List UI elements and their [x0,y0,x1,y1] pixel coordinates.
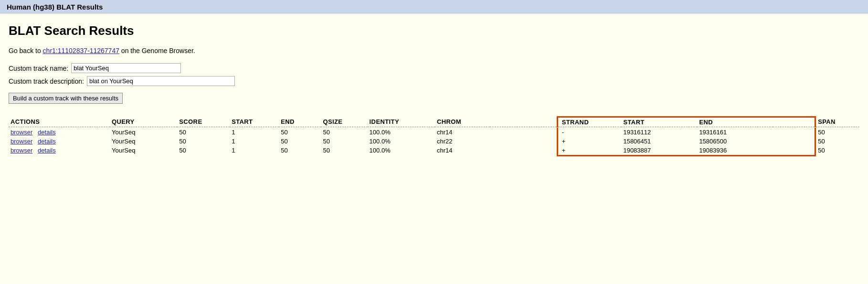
col-header-start: START [230,117,279,127]
tend-cell-3: 19083936 [697,146,773,156]
chrom-cell-1: chr14 [435,128,490,137]
span-cell-1: 50 [815,128,859,137]
browser-link-1[interactable]: browser [11,129,32,136]
browser-link-3[interactable]: browser [11,147,32,154]
go-back-link[interactable]: chr1:11102837-11267747 [43,47,119,55]
start-cell-1: 1 [230,128,279,137]
strand-cell-3: + [557,146,621,156]
track-desc-row: Custom track description: [9,76,859,86]
identity-cell-1: 100.0% [368,128,435,137]
col-header-qsize: QSIZE [321,117,367,127]
table-row: browser details YourSeq 50 1 50 50 100.0… [9,128,859,137]
col-header-score: SCORE [177,117,230,127]
col-header-actions: ACTIONS [9,117,110,127]
track-name-label: Custom track name: [9,65,68,72]
browser-link-2[interactable]: browser [11,138,32,145]
col-header-strand: STRAND [557,117,621,127]
score-cell-3: 50 [177,146,230,156]
strand-cell-1: - [557,128,621,137]
start-cell-2: 1 [230,137,279,146]
main-content: BLAT Search Results Go back to chr1:1110… [0,14,868,166]
chrom-cell-3: chr14 [435,146,490,156]
col-header-end: END [279,117,321,127]
start-cell-3: 1 [230,146,279,156]
identity-cell-3: 100.0% [368,146,435,156]
track-desc-label: Custom track description: [9,77,84,85]
identity-cell-2: 100.0% [368,137,435,146]
col-header-query: QUERY [110,117,177,127]
build-custom-track-button[interactable]: Build a custom track with these results [9,93,123,104]
col-header-tend: END [697,117,773,127]
end-cell-2: 50 [279,137,321,146]
qsize-cell-3: 50 [321,146,367,156]
col-header-span-label: SPAN [815,117,859,127]
tstart-cell-1: 19316112 [621,128,697,137]
gap-cell-1 [490,128,557,137]
go-back-line: Go back to chr1:11102837-11267747 on the… [9,47,859,55]
end-cell-1: 50 [279,128,321,137]
col-header-gap [490,117,557,127]
score-cell-2: 50 [177,137,230,146]
header-title: Human (hg38) BLAT Results [7,3,103,11]
tend-cell-2: 15806500 [697,137,773,146]
gap-cell-3 [490,146,557,156]
span-cell-3: 50 [815,146,859,156]
tend-cell-1: 19316161 [697,128,773,137]
header-bar: Human (hg38) BLAT Results [0,0,868,14]
query-cell-3: YourSeq [110,146,177,156]
actions-cell: browser details [9,137,110,146]
table-row: browser details YourSeq 50 1 50 50 100.0… [9,146,859,156]
go-back-suffix: on the Genome Browser. [119,47,195,55]
col-header-identity: IDENTITY [368,117,435,127]
col-header-tstart: START [621,117,697,127]
span-hl-cell-3 [773,146,815,156]
table-body: browser details YourSeq 50 1 50 50 100.0… [9,128,859,156]
track-desc-input[interactable] [87,76,235,86]
end-cell-3: 50 [279,146,321,156]
score-cell-1: 50 [177,128,230,137]
col-header-chrom: CHROM [435,117,490,127]
details-link-3[interactable]: details [38,147,56,154]
col-header-span [773,117,815,127]
table-row: browser details YourSeq 50 1 50 50 100.0… [9,137,859,146]
track-name-row: Custom track name: [9,63,859,73]
actions-cell: browser details [9,128,110,137]
page-title: BLAT Search Results [9,23,859,38]
results-table: ACTIONS QUERY SCORE START END QSIZE IDEN… [9,116,859,156]
span-hl-cell-1 [773,128,815,137]
go-back-prefix: Go back to [9,47,43,55]
details-link-2[interactable]: details [38,138,56,145]
qsize-cell-1: 50 [321,128,367,137]
chrom-cell-2: chr22 [435,137,490,146]
span-hl-cell-2 [773,137,815,146]
strand-cell-2: + [557,137,621,146]
query-cell-1: YourSeq [110,128,177,137]
gap-cell-2 [490,137,557,146]
tstart-cell-3: 19083887 [621,146,697,156]
details-link-1[interactable]: details [38,129,56,136]
track-name-input[interactable] [71,63,181,73]
qsize-cell-2: 50 [321,137,367,146]
span-cell-2: 50 [815,137,859,146]
tstart-cell-2: 15806451 [621,137,697,146]
table-header-row: ACTIONS QUERY SCORE START END QSIZE IDEN… [9,117,859,127]
query-cell-2: YourSeq [110,137,177,146]
results-table-container: ACTIONS QUERY SCORE START END QSIZE IDEN… [9,116,859,156]
actions-cell: browser details [9,146,110,156]
